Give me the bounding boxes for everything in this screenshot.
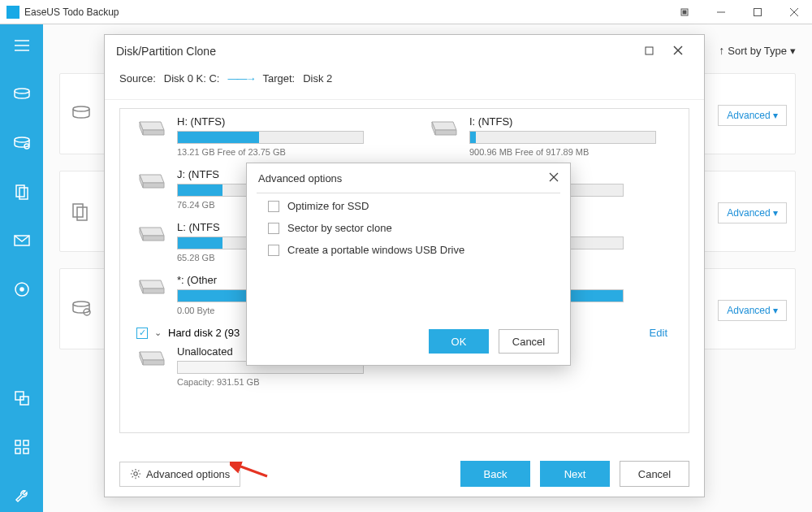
svg-marker-37 xyxy=(140,175,164,183)
disk-icon xyxy=(136,224,166,247)
svg-rect-17 xyxy=(15,392,24,400)
svg-rect-28 xyxy=(646,47,653,54)
option-sector-clone[interactable]: Sector by sector clone xyxy=(268,222,549,234)
svg-marker-31 xyxy=(140,122,164,130)
svg-marker-41 xyxy=(143,236,164,241)
popup-cancel-button[interactable]: Cancel xyxy=(499,329,559,354)
popup-ok-button[interactable]: OK xyxy=(429,329,489,354)
chevron-down-icon[interactable]: ⌄ xyxy=(154,328,162,338)
svg-marker-38 xyxy=(143,183,164,188)
edit-link[interactable]: Edit xyxy=(650,327,667,339)
card-system-icon xyxy=(71,300,91,319)
window-extra-button[interactable] xyxy=(666,0,702,24)
svg-marker-47 xyxy=(143,360,164,365)
disk-icon xyxy=(136,171,166,194)
sort-arrow-icon: ↑ xyxy=(719,44,724,57)
window-minimize-button[interactable] xyxy=(702,0,739,24)
svg-point-23 xyxy=(73,106,89,111)
svg-marker-34 xyxy=(432,122,456,130)
option-portable-usb[interactable]: Create a portable windows USB Drive xyxy=(268,244,549,256)
source-value: Disk 0 K: C: xyxy=(164,72,220,85)
hard-disk-2-label: Hard disk 2 (93 xyxy=(168,327,240,339)
dialog-close-button[interactable] xyxy=(663,46,693,58)
svg-marker-40 xyxy=(140,228,164,236)
smart-backup-icon[interactable] xyxy=(0,273,43,306)
svg-point-26 xyxy=(73,302,89,306)
sort-label: Sort by Type xyxy=(728,45,787,57)
menu-icon[interactable] xyxy=(0,29,43,62)
svg-rect-18 xyxy=(20,397,28,405)
checkbox-icon[interactable]: ✓ xyxy=(136,328,148,339)
source-label: Source: xyxy=(119,72,156,85)
advanced-options-popup: Advanced options Optimize for SSD Sector… xyxy=(246,163,571,366)
cancel-button[interactable]: Cancel xyxy=(620,461,689,487)
svg-marker-32 xyxy=(143,130,164,135)
svg-rect-19 xyxy=(15,440,20,445)
svg-rect-22 xyxy=(24,449,28,453)
mail-backup-icon[interactable] xyxy=(0,224,43,257)
advanced-options-button[interactable]: Advanced options xyxy=(119,462,240,487)
svg-rect-24 xyxy=(73,204,83,217)
dropdown-caret-icon: ▾ xyxy=(790,45,796,57)
window-maximize-button[interactable] xyxy=(739,0,775,24)
target-value: Disk 2 xyxy=(303,72,332,85)
card-file-icon xyxy=(71,202,89,225)
app-logo-icon xyxy=(6,6,19,19)
partition-name: H: (NTFS) xyxy=(177,115,380,128)
window-close-button[interactable] xyxy=(775,0,812,24)
svg-marker-35 xyxy=(435,130,456,135)
checkbox-icon[interactable] xyxy=(268,223,279,234)
partition-name: I: (NTFS) xyxy=(469,115,672,128)
svg-rect-20 xyxy=(24,440,28,445)
disk-icon xyxy=(136,119,166,141)
svg-marker-43 xyxy=(140,280,164,289)
partition-capacity: Capacity: 931.51 GB xyxy=(177,377,672,387)
svg-rect-3 xyxy=(754,8,761,15)
advanced-options-label: Advanced options xyxy=(146,468,230,480)
svg-rect-25 xyxy=(77,207,87,220)
svg-marker-44 xyxy=(143,289,164,293)
disk-icon xyxy=(136,349,166,371)
svg-point-49 xyxy=(134,472,137,475)
dialog-maximize-button[interactable] xyxy=(634,46,663,58)
file-backup-icon[interactable] xyxy=(0,176,43,208)
window-titlebar: EaseUS Todo Backup xyxy=(0,0,812,24)
partition-bar xyxy=(469,131,656,144)
disk-icon xyxy=(429,119,458,141)
gear-icon xyxy=(130,468,141,479)
checkbox-icon[interactable] xyxy=(268,201,279,212)
svg-point-10 xyxy=(15,137,29,142)
system-backup-icon[interactable] xyxy=(0,127,43,159)
card-disk-icon xyxy=(71,105,91,124)
svg-point-9 xyxy=(15,89,29,93)
card-advanced-button[interactable]: Advanced ▾ xyxy=(718,300,787,321)
sidebar xyxy=(0,24,43,512)
next-button[interactable]: Next xyxy=(540,461,610,487)
clone-icon[interactable] xyxy=(0,382,43,414)
svg-rect-12 xyxy=(16,185,24,197)
svg-point-16 xyxy=(20,288,24,291)
svg-rect-21 xyxy=(15,449,20,453)
sort-by-type[interactable]: ↑ Sort by Type ▾ xyxy=(719,44,796,57)
back-button[interactable]: Back xyxy=(460,461,530,487)
popup-close-button[interactable] xyxy=(549,171,559,184)
checkbox-icon[interactable] xyxy=(268,245,279,256)
arrow-right-icon: ——→ xyxy=(227,72,254,85)
partition-bar xyxy=(177,131,364,144)
target-label: Target: xyxy=(262,72,295,85)
apps-icon[interactable] xyxy=(0,431,43,463)
option-optimize-ssd[interactable]: Optimize for SSD xyxy=(268,200,549,212)
dialog-title: Disk/Partition Clone xyxy=(116,45,216,58)
tools-icon[interactable] xyxy=(0,479,43,512)
disk-backup-icon[interactable] xyxy=(0,78,43,111)
svg-rect-13 xyxy=(19,188,28,199)
card-advanced-button[interactable]: Advanced ▾ xyxy=(718,202,787,223)
svg-marker-46 xyxy=(140,352,164,360)
app-title: EaseUS Todo Backup xyxy=(24,7,119,18)
disk-icon xyxy=(136,277,166,300)
partition-free: 13.21 GB Free of 23.75 GB xyxy=(177,147,380,157)
svg-rect-1 xyxy=(683,11,686,14)
popup-title: Advanced options xyxy=(258,172,342,184)
partition-free: 900.96 MB Free of 917.89 MB xyxy=(469,147,672,157)
card-advanced-button[interactable]: Advanced ▾ xyxy=(718,105,787,126)
